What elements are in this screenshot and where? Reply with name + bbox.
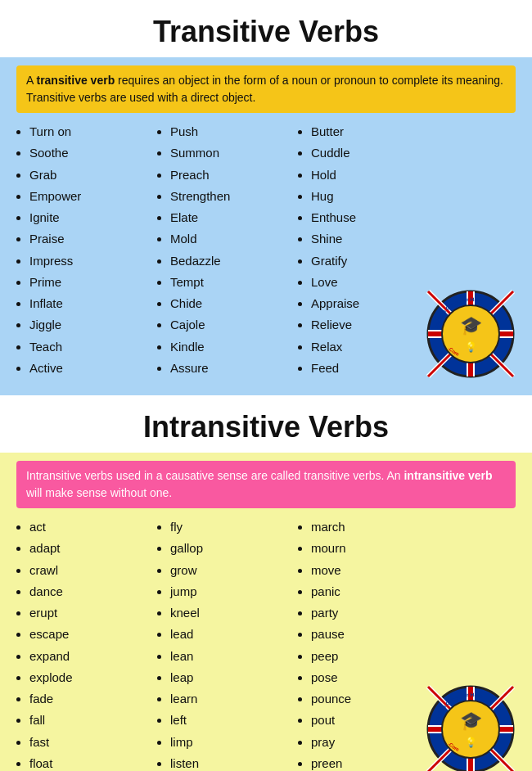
intransitive-definition: Intransitive verbs used in a causative s…: [16, 461, 516, 508]
list-item: Push: [170, 121, 285, 142]
svg-text:🎓: 🎓: [460, 710, 483, 732]
list-item: Strengthen: [170, 186, 285, 207]
list-item: left: [170, 710, 285, 731]
intransitive-title: Intransitive Verbs: [0, 395, 532, 453]
list-item: Impress: [29, 250, 144, 272]
list-item: Kindle: [170, 336, 285, 358]
list-item: Cajole: [170, 314, 285, 336]
list-item: preen: [311, 753, 426, 771]
list-item: Ignite: [29, 207, 144, 228]
list-item: listen: [170, 753, 285, 771]
list-item: fly: [170, 516, 285, 538]
list-item: Appraise: [311, 293, 426, 314]
list-item: Chide: [170, 293, 285, 314]
list-item: limp: [170, 732, 285, 753]
list-item: Tempt: [170, 272, 285, 293]
list-item: erupt: [29, 602, 144, 624]
list-item: learn: [170, 688, 285, 710]
list-item: grow: [170, 560, 285, 581]
list-item: Preach: [170, 165, 285, 186]
list-item: Grab: [29, 165, 144, 186]
list-item: explode: [29, 667, 144, 688]
list-item: Elate: [170, 207, 285, 228]
list-item: jump: [170, 581, 285, 602]
svg-text:💡: 💡: [465, 340, 477, 353]
transitive-section: Transitive Verbs A transitive verb requi…: [0, 0, 532, 395]
list-item: fall: [29, 710, 144, 731]
list-item: peep: [311, 646, 426, 667]
list-item: Praise: [29, 228, 144, 250]
list-item: Gratify: [311, 250, 426, 272]
list-item: pout: [311, 710, 426, 731]
list-item: Shine: [311, 228, 426, 250]
list-item: Summon: [170, 142, 285, 164]
list-item: Mold: [170, 228, 285, 250]
list-item: pounce: [311, 688, 426, 710]
svg-text:💡: 💡: [465, 736, 477, 748]
list-item: Feed: [311, 358, 426, 379]
list-item: dance: [29, 581, 144, 602]
list-item: pause: [311, 624, 426, 645]
transitive-col1: Turn on Soothe Grab Empower Ignite Prais…: [8, 121, 149, 379]
list-item: leap: [170, 667, 285, 688]
transitive-logo: 🎓 English Grammar Here .Com 💡: [426, 289, 516, 379]
list-item: Relieve: [311, 314, 426, 336]
list-item: float: [29, 753, 144, 771]
list-item: Hold: [311, 165, 426, 186]
list-item: pose: [311, 667, 426, 688]
list-item: Prime: [29, 272, 144, 293]
list-item: panic: [311, 581, 426, 602]
list-item: Turn on: [29, 121, 144, 142]
list-item: adapt: [29, 538, 144, 559]
svg-text:🎓: 🎓: [460, 314, 483, 336]
intransitive-verb-lists: act adapt crawl dance erupt escape expan…: [8, 516, 524, 771]
list-item: Relax: [311, 336, 426, 358]
list-item: Empower: [29, 186, 144, 207]
list-item: Hug: [311, 186, 426, 207]
list-item: party: [311, 602, 426, 624]
list-item: kneel: [170, 602, 285, 624]
list-item: gallop: [170, 538, 285, 559]
intransitive-logo: 🎓 English Grammar Here .Com 💡: [426, 684, 516, 771]
list-item: fast: [29, 732, 144, 753]
list-item: Active: [29, 358, 144, 379]
list-item: fade: [29, 688, 144, 710]
list-item: lead: [170, 624, 285, 645]
list-item: move: [311, 560, 426, 581]
intransitive-col1: act adapt crawl dance erupt escape expan…: [8, 516, 149, 771]
list-item: Jiggle: [29, 314, 144, 336]
list-item: Bedazzle: [170, 250, 285, 272]
list-item: crawl: [29, 560, 144, 581]
list-item: Inflate: [29, 293, 144, 314]
intransitive-col2: fly gallop grow jump kneel lead lean lea…: [149, 516, 290, 771]
list-item: Butter: [311, 121, 426, 142]
list-item: Teach: [29, 336, 144, 358]
transitive-col2: Push Summon Preach Strengthen Elate Mold…: [149, 121, 290, 379]
intransitive-section: Intransitive Verbs Intransitive verbs us…: [0, 395, 532, 771]
list-item: escape: [29, 624, 144, 645]
list-item: Enthuse: [311, 207, 426, 228]
list-item: mourn: [311, 538, 426, 559]
list-item: Assure: [170, 358, 285, 379]
transitive-definition: A transitive verb requires an object in …: [16, 65, 516, 113]
list-item: expand: [29, 646, 144, 667]
list-item: act: [29, 516, 144, 538]
list-item: Cuddle: [311, 142, 426, 164]
transitive-verb-lists: Turn on Soothe Grab Empower Ignite Prais…: [8, 121, 524, 379]
transitive-title: Transitive Verbs: [0, 0, 532, 57]
list-item: Love: [311, 272, 426, 293]
list-item: pray: [311, 732, 426, 753]
list-item: lean: [170, 646, 285, 667]
list-item: march: [311, 516, 426, 538]
list-item: Soothe: [29, 142, 144, 164]
